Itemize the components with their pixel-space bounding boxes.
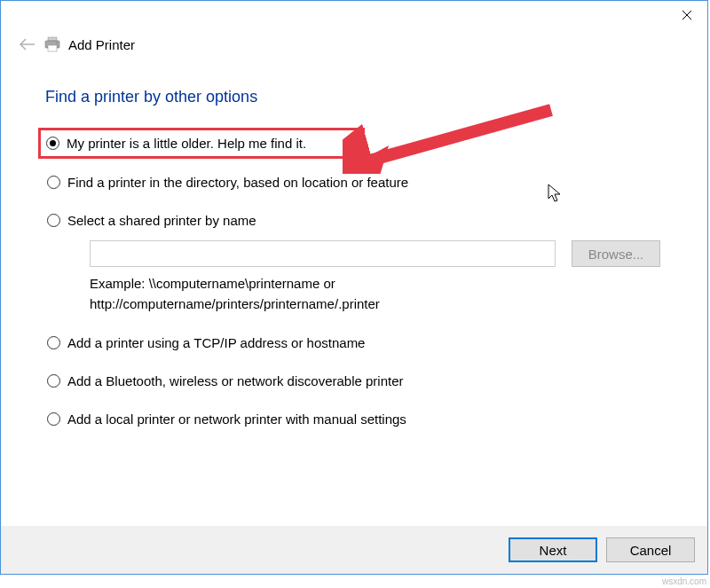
dialog-content: Find a printer by other options My print… — [1, 52, 707, 430]
example-line1: Example: \\computername\printername or — [90, 276, 335, 291]
option-tcpip-label[interactable]: Add a printer using a TCP/IP address or … — [67, 335, 365, 350]
next-button[interactable]: Next — [509, 537, 597, 562]
radio-tcpip[interactable] — [47, 336, 60, 349]
svg-rect-3 — [48, 37, 57, 41]
option-shared[interactable]: Select a shared printer by name — [45, 209, 663, 231]
dialog-footer: Next Cancel — [1, 526, 707, 574]
page-heading: Find a printer by other options — [45, 88, 663, 106]
option-local-label[interactable]: Add a local printer or network printer w… — [67, 412, 406, 427]
svg-rect-5 — [48, 45, 57, 51]
option-older-printer-label[interactable]: My printer is a little older. Help me fi… — [67, 136, 306, 151]
radio-local[interactable] — [47, 412, 60, 426]
option-tcpip[interactable]: Add a printer using a TCP/IP address or … — [45, 332, 663, 354]
radio-directory[interactable] — [47, 176, 60, 189]
dialog-title: Add Printer — [68, 37, 135, 52]
watermark: wsxdn.com — [662, 576, 706, 586]
shared-input-row: Browse... — [90, 240, 663, 267]
example-line2: http://computername/printers/printername… — [90, 296, 380, 311]
close-button[interactable] — [667, 2, 706, 28]
example-text: Example: \\computername\printername or h… — [90, 274, 663, 314]
dialog-window: Add Printer Find a printer by other opti… — [0, 0, 708, 575]
close-icon — [682, 10, 692, 20]
browse-button: Browse... — [572, 240, 660, 267]
back-button[interactable] — [19, 37, 36, 51]
dialog-header: Add Printer — [1, 1, 707, 52]
radio-shared[interactable] — [47, 214, 60, 227]
option-shared-label[interactable]: Select a shared printer by name — [67, 213, 256, 228]
printer-icon — [43, 36, 61, 52]
option-directory-label[interactable]: Find a printer in the directory, based o… — [67, 175, 408, 190]
option-bluetooth-label[interactable]: Add a Bluetooth, wireless or network dis… — [67, 373, 404, 388]
radio-bluetooth[interactable] — [47, 374, 60, 388]
option-directory[interactable]: Find a printer in the directory, based o… — [45, 171, 663, 193]
option-local[interactable]: Add a local printer or network printer w… — [45, 408, 663, 430]
svg-point-6 — [56, 43, 58, 44]
back-arrow-icon — [19, 37, 36, 51]
radio-older-printer[interactable] — [46, 137, 59, 150]
cancel-button[interactable]: Cancel — [606, 537, 695, 562]
shared-printer-input[interactable] — [90, 240, 556, 267]
option-older-printer[interactable]: My printer is a little older. Help me fi… — [38, 128, 365, 159]
option-bluetooth[interactable]: Add a Bluetooth, wireless or network dis… — [45, 370, 663, 392]
